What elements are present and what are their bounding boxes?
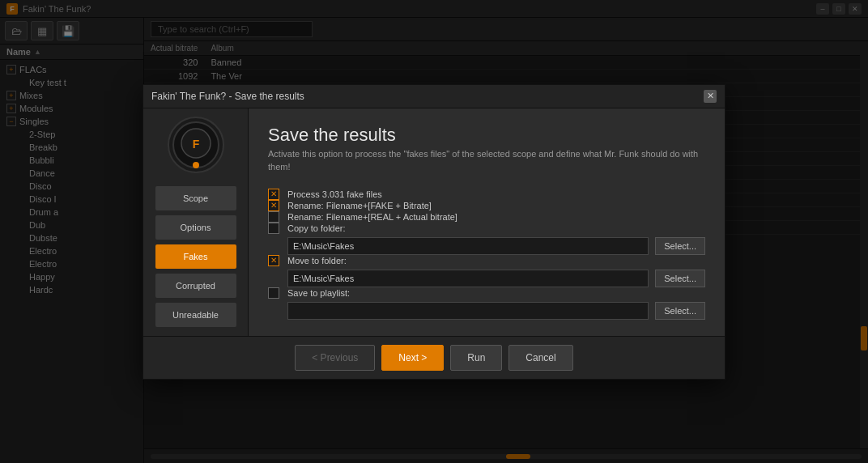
option-label-copy_folder: Copy to folder: <box>287 223 346 233</box>
option-group: Move to folder:Select... <box>268 255 705 287</box>
option-group: Rename: Filename+[FAKE + Bitrate] <box>268 200 705 211</box>
dialog-content: Save the results Activate this option to… <box>249 108 725 336</box>
nav-scope-button[interactable]: Scope <box>155 186 236 210</box>
options-container: Process 3.031 fake filesRename: Filename… <box>268 189 705 320</box>
option-row: Rename: Filename+[REAL + Actual bitrate] <box>268 211 705 223</box>
checkbox-rename_fake[interactable] <box>268 200 279 211</box>
option-label-rename_fake: Rename: Filename+[FAKE + Bitrate] <box>287 201 432 210</box>
select-button-save_playlist[interactable]: Select... <box>655 302 705 320</box>
dialog-heading: Save the results <box>268 125 705 146</box>
option-row: Save to playlist: <box>268 287 705 299</box>
previous-button[interactable]: < Previous <box>295 345 375 371</box>
svg-point-3 <box>193 162 199 168</box>
option-group: Copy to folder:Select... <box>268 223 705 255</box>
cancel-button[interactable]: Cancel <box>508 345 572 371</box>
option-label-process: Process 3.031 fake files <box>287 189 382 199</box>
next-button[interactable]: Next > <box>381 345 444 371</box>
checkbox-process[interactable] <box>268 189 279 200</box>
dialog-footer: < Previous Next > Run Cancel <box>143 336 725 379</box>
checkbox-save_playlist[interactable] <box>268 287 279 299</box>
nav-options-button[interactable]: Options <box>155 215 236 240</box>
checkbox-rename_real[interactable] <box>268 211 279 223</box>
folder-input-move_folder[interactable] <box>287 270 649 287</box>
nav-corrupted-button[interactable]: Corrupted <box>155 274 236 298</box>
option-row: Process 3.031 fake files <box>268 189 705 200</box>
app-logo: F <box>168 117 224 173</box>
option-group: Process 3.031 fake files <box>268 189 705 200</box>
save-results-dialog: Fakin' The Funk? - Save the results ✕ F … <box>143 84 725 380</box>
option-group: Rename: Filename+[REAL + Actual bitrate] <box>268 211 705 223</box>
option-label-save_playlist: Save to playlist: <box>287 288 350 298</box>
folder-row-move_folder: Select... <box>268 270 705 287</box>
folder-row-save_playlist: Select... <box>268 302 705 320</box>
dialog-description: Activate this option to process the "fak… <box>268 147 705 174</box>
folder-input-save_playlist[interactable] <box>287 302 649 320</box>
svg-text:F: F <box>192 138 199 151</box>
nav-fakes-button[interactable]: Fakes <box>155 244 236 269</box>
dialog-close-button[interactable]: ✕ <box>704 90 717 103</box>
select-button-copy_folder[interactable]: Select... <box>655 237 705 255</box>
option-row: Copy to folder: <box>268 223 705 234</box>
option-group: Save to playlist:Select... <box>268 287 705 320</box>
option-row: Rename: Filename+[FAKE + Bitrate] <box>268 200 705 211</box>
dialog-nav: F Scope Options Fakes Corrupted Unreadab… <box>143 108 249 336</box>
option-label-rename_real: Rename: Filename+[REAL + Actual bitrate] <box>287 212 457 222</box>
run-button[interactable]: Run <box>450 345 502 371</box>
folder-row-copy_folder: Select... <box>268 237 705 255</box>
dialog-overlay: Fakin' The Funk? - Save the results ✕ F … <box>0 0 868 463</box>
dialog-title: Fakin' The Funk? - Save the results <box>151 91 704 102</box>
nav-unreadable-button[interactable]: Unreadable <box>155 303 236 327</box>
checkbox-copy_folder[interactable] <box>268 223 279 234</box>
folder-input-copy_folder[interactable] <box>287 237 649 255</box>
option-row: Move to folder: <box>268 255 705 266</box>
dialog-title-bar: Fakin' The Funk? - Save the results ✕ <box>143 85 725 108</box>
checkbox-move_folder[interactable] <box>268 255 279 266</box>
option-label-move_folder: Move to folder: <box>287 256 347 265</box>
dialog-body: F Scope Options Fakes Corrupted Unreadab… <box>143 108 725 336</box>
select-button-move_folder[interactable]: Select... <box>655 270 705 287</box>
